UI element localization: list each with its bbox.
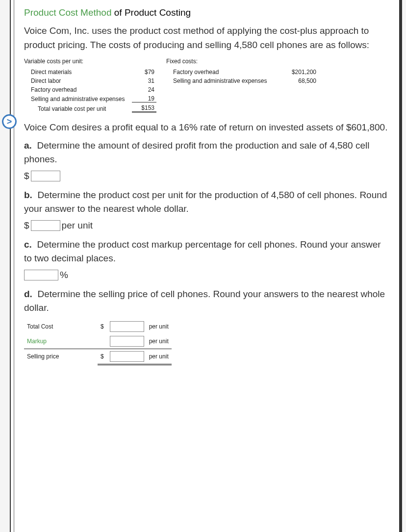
table-row: Factory overhead 24: [24, 85, 156, 94]
selling-price-label: Selling price: [24, 349, 98, 364]
part-b-text: Determine the product cost per unit for …: [24, 190, 387, 214]
row-value: 68,500: [279, 77, 318, 84]
table-row: Selling and administrative expenses 68,5…: [166, 76, 318, 85]
part-a-label: a.: [24, 140, 32, 151]
row-label: Selling and administrative expenses: [166, 77, 279, 84]
part-c: c. Determine the product cost markup per…: [24, 238, 389, 266]
content-area: Product Cost Method of Product Costing V…: [14, 0, 399, 532]
row-label: Direct materials: [24, 69, 132, 76]
part-d: d. Determine the selling price of cell p…: [24, 287, 389, 315]
row-value: $79: [132, 69, 156, 76]
total-label: Total variable cost per unit: [24, 105, 132, 112]
variable-header: Variable costs per unit:: [24, 58, 156, 65]
markup-label[interactable]: Markup: [24, 334, 98, 349]
part-c-text: Determine the product cost markup percen…: [24, 239, 381, 264]
selling-price-input[interactable]: [110, 351, 144, 362]
part-d-text: Determine the selling price of cell phon…: [24, 289, 385, 313]
per-unit-label: per unit: [62, 220, 93, 231]
per-unit-label: per unit: [147, 319, 172, 334]
profit-text: Voice Com desires a profit equal to a 16…: [24, 121, 389, 135]
part-a-input-line: $: [24, 171, 389, 181]
part-a: a. Determine the amount of desired profi…: [24, 139, 389, 167]
fixed-costs-column: Fixed costs: Factory overhead $201,200 S…: [166, 58, 318, 114]
part-c-input[interactable]: [24, 270, 58, 280]
title-link[interactable]: Product Cost Method: [24, 7, 111, 18]
part-d-table: Total Cost $ per unit Markup per unit Se…: [24, 319, 172, 365]
part-a-text: Determine the amount of desired profit f…: [24, 140, 369, 165]
part-b-label: b.: [24, 190, 32, 200]
part-b-input-line: $ per unit: [24, 220, 389, 231]
table-row: Direct materials $79: [24, 68, 156, 76]
part-d-label: d.: [24, 289, 32, 299]
next-nav-button[interactable]: >: [2, 114, 17, 129]
row-label: Factory overhead: [24, 86, 132, 93]
dollar-sign: $: [98, 319, 107, 334]
percent-label: %: [60, 270, 68, 280]
dollar-sign: $: [98, 349, 107, 364]
row-value: $201,200: [279, 69, 318, 76]
dollar-sign: $: [24, 220, 29, 231]
empty-sign: [98, 334, 107, 349]
row-label: Factory overhead: [166, 69, 279, 76]
total-cost-row: Total Cost $ per unit: [24, 319, 172, 334]
dollar-sign: $: [24, 171, 29, 181]
page-title: Product Cost Method of Product Costing: [24, 7, 389, 18]
markup-row: Markup per unit: [24, 334, 172, 349]
row-value: 31: [132, 77, 156, 84]
part-a-input[interactable]: [31, 171, 60, 181]
total-cost-input[interactable]: [110, 321, 144, 332]
page-frame: Product Cost Method of Product Costing V…: [10, 0, 402, 532]
intro-text: Voice Com, Inc. uses the product cost me…: [24, 24, 389, 52]
row-value: 19: [132, 95, 156, 102]
total-cost-label: Total Cost: [24, 319, 98, 334]
part-c-input-line: %: [24, 270, 389, 280]
row-value: 24: [132, 86, 156, 93]
part-b-input[interactable]: [31, 220, 60, 231]
per-unit-label: per unit: [147, 349, 172, 364]
total-row: Total variable cost per unit $153: [24, 103, 156, 114]
part-b: b. Determine the product cost per unit f…: [24, 188, 389, 216]
fixed-header: Fixed costs:: [166, 58, 318, 65]
markup-input[interactable]: [110, 336, 144, 347]
total-value: $153: [132, 104, 156, 113]
table-row: Selling and administrative expenses 19: [24, 94, 156, 103]
table-row: Factory overhead $201,200: [166, 68, 318, 76]
table-row: Direct labor 31: [24, 76, 156, 85]
variable-costs-column: Variable costs per unit: Direct material…: [24, 58, 156, 114]
selling-price-row: Selling price $ per unit: [24, 349, 172, 364]
row-label: Direct labor: [24, 77, 132, 84]
part-c-label: c.: [24, 239, 32, 250]
cost-tables: Variable costs per unit: Direct material…: [24, 58, 389, 114]
chevron-right-icon: >: [7, 117, 12, 127]
title-rest: of Product Costing: [111, 7, 191, 18]
row-label: Selling and administrative expenses: [24, 96, 132, 102]
per-unit-label: per unit: [147, 334, 172, 349]
